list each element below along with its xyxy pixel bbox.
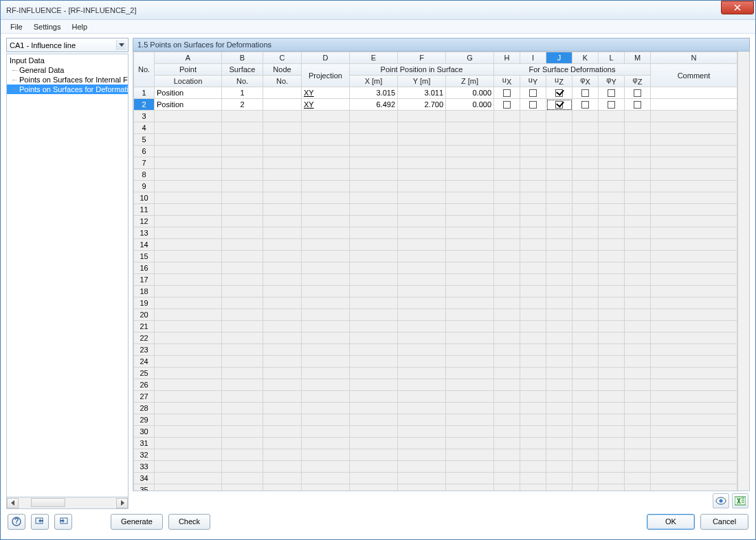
cell[interactable] [625,461,651,473]
cell[interactable] [350,333,398,344]
grid-vscrollbar[interactable] [737,52,749,491]
cell[interactable] [222,216,263,227]
cell[interactable] [302,391,350,403]
cell[interactable] [651,286,737,297]
cell[interactable] [263,368,302,379]
row-number[interactable]: 5 [134,134,155,146]
col-header[interactable]: uX [494,76,520,87]
cell[interactable] [446,122,494,134]
cell[interactable] [494,449,520,461]
cell[interactable] [572,286,599,297]
cell[interactable] [572,274,599,286]
cell[interactable] [155,122,222,134]
cell[interactable] [494,204,520,216]
cell[interactable] [155,181,222,192]
cell[interactable] [625,391,651,403]
cell[interactable] [572,414,599,426]
row-number[interactable]: 31 [134,438,155,449]
cell[interactable] [302,426,350,438]
cell[interactable] [263,169,302,181]
cell[interactable] [446,414,494,426]
cell[interactable] [572,403,599,414]
cell[interactable] [155,438,222,449]
col-header[interactable]: Point Position in Surface [350,64,494,76]
cell[interactable] [520,216,546,227]
cell[interactable] [446,321,494,333]
cell[interactable] [625,192,651,204]
checkbox[interactable] [634,101,641,109]
cell[interactable] [520,403,546,414]
row-number[interactable]: 32 [134,449,155,461]
row-number[interactable]: 26 [134,379,155,391]
cell[interactable] [446,391,494,403]
cell[interactable] [302,227,350,239]
cell[interactable] [651,87,737,99]
cell[interactable] [350,286,398,297]
cell[interactable] [494,379,520,391]
cell[interactable] [599,181,625,192]
cell[interactable] [599,484,625,492]
row-number[interactable]: 4 [134,122,155,134]
cell[interactable] [546,461,572,473]
cell[interactable] [155,344,222,356]
cell[interactable] [263,438,302,449]
cell[interactable] [520,484,546,492]
cell[interactable] [572,484,599,492]
row-number[interactable]: 1 [134,87,155,99]
cell[interactable] [155,426,222,438]
cell[interactable] [572,449,599,461]
cell[interactable] [494,239,520,251]
col-letter[interactable]: C [263,52,302,64]
cell[interactable] [599,99,625,111]
tree-hscrollbar[interactable] [6,497,129,509]
cell[interactable] [625,309,651,321]
cell[interactable] [302,484,350,492]
cell[interactable] [350,192,398,204]
cell[interactable] [398,438,446,449]
cell[interactable] [520,414,546,426]
cell[interactable] [398,484,446,492]
cell[interactable] [494,192,520,204]
cell[interactable] [263,192,302,204]
cell[interactable] [494,87,520,99]
close-button[interactable] [721,1,754,14]
cell[interactable] [155,157,222,169]
cell[interactable] [350,157,398,169]
cell[interactable] [155,169,222,181]
cell[interactable] [155,309,222,321]
cell[interactable] [263,286,302,297]
cell[interactable] [350,461,398,473]
cell[interactable] [651,356,737,368]
cell[interactable] [222,297,263,309]
cell[interactable] [350,473,398,484]
cell[interactable] [572,473,599,484]
cell[interactable] [222,157,263,169]
cell[interactable] [651,262,737,274]
cell[interactable] [520,449,546,461]
cell[interactable] [546,169,572,181]
cell[interactable] [572,239,599,251]
cell[interactable] [572,262,599,274]
cell[interactable] [446,344,494,356]
cell[interactable] [446,484,494,492]
cell[interactable] [263,297,302,309]
cell[interactable] [546,286,572,297]
cell[interactable] [494,484,520,492]
cell[interactable] [625,227,651,239]
cell[interactable] [350,356,398,368]
cell[interactable] [625,426,651,438]
cell[interactable] [222,204,263,216]
row-number[interactable]: 11 [134,204,155,216]
cell[interactable] [546,449,572,461]
cell[interactable] [222,449,263,461]
cell[interactable] [599,356,625,368]
cell[interactable] [546,368,572,379]
cell[interactable]: Position [155,99,222,111]
ok-button[interactable]: OK [647,514,695,530]
cell[interactable] [302,204,350,216]
cell[interactable] [398,449,446,461]
cell[interactable] [651,333,737,344]
col-letter[interactable]: G [446,52,494,64]
checkbox[interactable] [581,101,589,109]
cell[interactable] [398,239,446,251]
